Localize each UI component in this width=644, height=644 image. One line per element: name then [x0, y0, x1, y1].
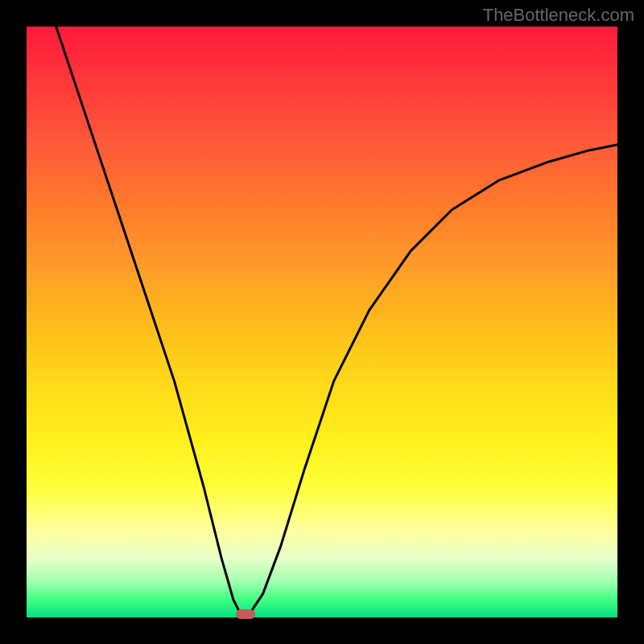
watermark-text: TheBottleneck.com — [483, 5, 634, 26]
optimal-marker — [236, 609, 255, 619]
bottleneck-curve — [27, 27, 617, 617]
